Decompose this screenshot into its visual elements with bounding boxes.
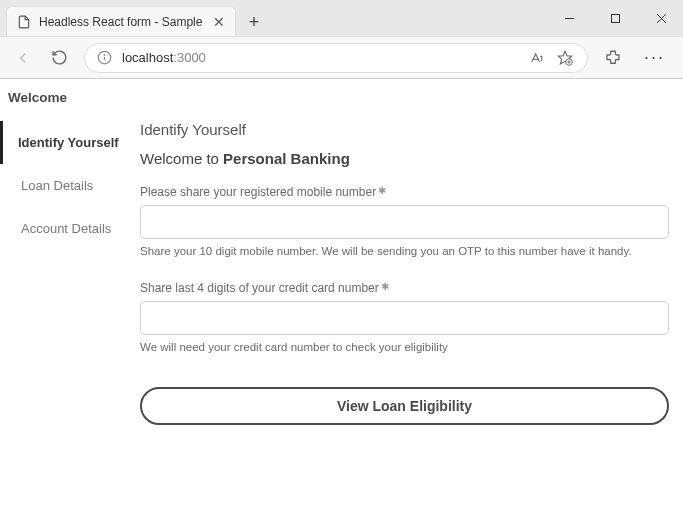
maximize-button[interactable] xyxy=(601,6,629,30)
main-content: Identify Yourself Welcome to Personal Ba… xyxy=(136,113,683,437)
reader-icon[interactable] xyxy=(529,50,547,66)
browser-chrome: Headless React form - Sample ✕ + xyxy=(0,0,683,79)
field-help: Share your 10 digit mobile number. We wi… xyxy=(140,245,669,257)
card-last4-input[interactable] xyxy=(140,301,669,335)
welcome-line: Welcome to Personal Banking xyxy=(140,150,669,167)
window-controls xyxy=(555,6,675,30)
refresh-button[interactable] xyxy=(48,47,70,69)
field-help: We will need your credit card number to … xyxy=(140,341,669,353)
url-text: localhost:3000 xyxy=(122,50,206,65)
close-window-button[interactable] xyxy=(647,6,675,30)
close-icon[interactable]: ✕ xyxy=(213,14,225,30)
url-input[interactable]: localhost:3000 xyxy=(84,43,588,73)
tab-bar: Headless React form - Sample ✕ + xyxy=(0,0,683,36)
sidebar-item-account-details[interactable]: Account Details xyxy=(0,207,136,250)
field-label: Please share your registered mobile numb… xyxy=(140,185,669,199)
mobile-number-input[interactable] xyxy=(140,205,669,239)
sidebar-item-loan-details[interactable]: Loan Details xyxy=(0,164,136,207)
info-icon xyxy=(97,50,112,65)
tab-title: Headless React form - Sample xyxy=(39,15,205,29)
minimize-button[interactable] xyxy=(555,6,583,30)
browser-tab[interactable]: Headless React form - Sample ✕ xyxy=(6,6,236,36)
sidebar-item-identify[interactable]: Identify Yourself xyxy=(0,121,136,164)
page-title: Welcome xyxy=(0,79,683,113)
extensions-button[interactable] xyxy=(602,47,624,69)
sidebar: Identify Yourself Loan Details Account D… xyxy=(0,113,136,437)
favorite-icon[interactable] xyxy=(557,50,575,66)
file-icon xyxy=(17,15,31,29)
view-eligibility-button[interactable]: View Loan Eligibility xyxy=(140,387,669,425)
back-button[interactable] xyxy=(12,47,34,69)
required-icon: ✱ xyxy=(379,281,389,292)
new-tab-button[interactable]: + xyxy=(240,8,268,36)
svg-rect-1 xyxy=(611,14,619,22)
field-card-last4: Share last 4 digits of your credit card … xyxy=(140,281,669,353)
address-bar: localhost:3000 ··· xyxy=(0,36,683,78)
required-icon: ✱ xyxy=(376,185,386,196)
field-label: Share last 4 digits of your credit card … xyxy=(140,281,669,295)
svg-point-6 xyxy=(104,55,105,56)
section-title: Identify Yourself xyxy=(140,121,669,138)
more-menu-button[interactable]: ··· xyxy=(638,47,671,68)
page-body: Welcome Identify Yourself Loan Details A… xyxy=(0,79,683,437)
field-mobile-number: Please share your registered mobile numb… xyxy=(140,185,669,257)
